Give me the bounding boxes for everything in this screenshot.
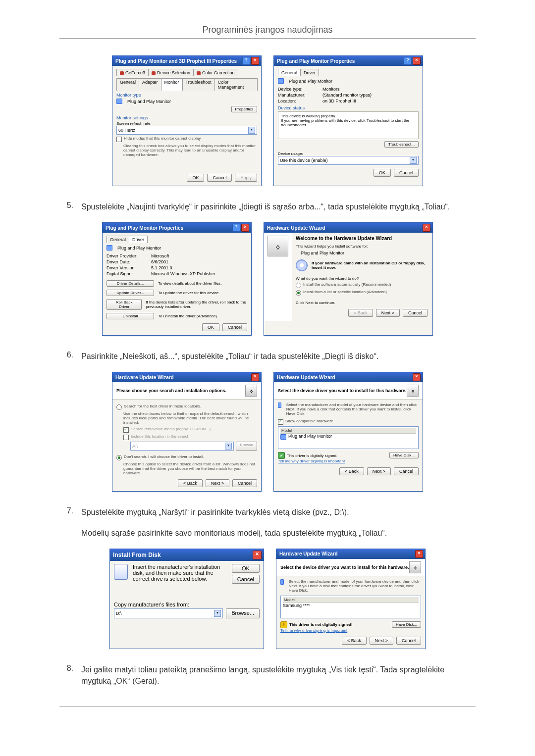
wizard-icon: ⬨ — [268, 236, 288, 256]
hide-modes-checkbox[interactable] — [116, 137, 122, 142]
dialog-title: Hardware Update Wizard — [267, 225, 325, 231]
driver-details-help: To view details about the driver files. — [158, 281, 222, 286]
checkbox-include-location[interactable] — [123, 435, 129, 440]
tab-driver[interactable]: Driver — [300, 69, 319, 76]
label-device-type: Device type: — [278, 87, 320, 92]
properties-button[interactable]: Properties — [231, 106, 257, 112]
radio-auto-install[interactable] — [296, 283, 301, 288]
help-icon[interactable]: ? — [242, 57, 250, 65]
model-list[interactable]: Model Samsung **** — [280, 596, 421, 618]
rollback-driver-button[interactable]: Roll Back Driver — [107, 299, 142, 310]
refresh-rate-dropdown[interactable]: 60 Hertz ▾ — [116, 126, 257, 135]
uninstall-button[interactable]: Uninstall — [107, 313, 154, 319]
apply-button[interactable]: Apply — [235, 174, 257, 182]
driver-signing-link[interactable]: Tell me why driver signing is important — [278, 459, 345, 463]
close-icon[interactable]: × — [423, 224, 430, 232]
step-7b: Modelių sąraše pasirinkite savo monitori… — [59, 527, 476, 539]
cancel-button[interactable]: Cancel — [394, 169, 419, 177]
driver-signing-link[interactable]: Tell me why driver signing is important — [280, 628, 353, 633]
cancel-button[interactable]: Cancel — [232, 575, 260, 584]
copy-from-dropdown[interactable]: D:\ ▾ — [114, 608, 223, 618]
dialog-hw-wizard-welcome: Hardware Update Wizard × ⬨ Welcome to th… — [264, 222, 433, 336]
ok-button[interactable]: OK — [232, 564, 260, 573]
uninstall-help: To uninstall the driver (Advanced). — [158, 314, 218, 318]
close-icon[interactable]: × — [413, 57, 421, 65]
back-button[interactable]: < Back — [178, 479, 203, 487]
browse-button[interactable]: Browse — [236, 442, 257, 451]
close-icon[interactable]: × — [241, 224, 249, 232]
monitor-name: Plug and Play Monitor — [117, 246, 161, 251]
step-7a: 7. Spustelėkite mygtuką „Naršyti“ ir pas… — [59, 506, 476, 518]
device-usage-dropdown[interactable]: Use this device (enable) ▾ — [278, 156, 419, 165]
step-text: Spustelėkite „Naujinti tvarkyklę“ ir pas… — [81, 201, 450, 212]
ok-button[interactable]: OK — [187, 174, 204, 182]
tab-geforce3[interactable]: GeForce3 — [116, 69, 149, 76]
dialog-hw-wizard-search-options: Hardware Update Wizard × Please choose y… — [112, 372, 262, 492]
titlebar: Hardware Update Wizard × — [276, 549, 425, 559]
tab-driver[interactable]: Driver — [129, 236, 148, 243]
have-disk-button[interactable]: Have Disk... — [392, 621, 421, 628]
location-path-dropdown[interactable]: A:\ ▾ — [130, 442, 234, 451]
ok-button[interactable]: OK — [374, 169, 391, 177]
next-button[interactable]: Next > — [206, 479, 229, 487]
chevron-down-icon[interactable]: ▾ — [248, 127, 255, 134]
radio-list-install[interactable] — [296, 290, 301, 296]
tab-device-selection[interactable]: Device Selection — [148, 69, 194, 76]
cancel-button[interactable]: Cancel — [207, 174, 232, 182]
back-button[interactable]: < Back — [339, 467, 364, 475]
screenshot-row-1: Plug and Play Monitor and 3D Prophet III… — [59, 55, 476, 186]
wizard-left-panel: ⬨ — [264, 233, 292, 321]
tab-general[interactable]: General — [107, 236, 129, 243]
tab-monitor[interactable]: Monitor — [161, 78, 183, 91]
close-icon[interactable]: × — [251, 57, 259, 65]
checkbox-show-compatible[interactable] — [278, 419, 283, 425]
model-list-item[interactable]: Samsung **** — [283, 603, 419, 608]
cancel-button[interactable]: Cancel — [232, 479, 257, 487]
next-button[interactable]: Next > — [367, 467, 391, 475]
cancel-button[interactable]: Cancel — [403, 309, 428, 317]
value-provider: Microsoft — [151, 253, 169, 258]
radio-search-locations[interactable] — [116, 404, 122, 410]
help-icon[interactable]: ? — [404, 57, 412, 65]
tab-color-correction[interactable]: Color Correction — [193, 69, 238, 76]
update-driver-button[interactable]: Update Driver... — [107, 290, 154, 296]
driver-details-button[interactable]: Driver Details... — [107, 280, 154, 287]
tab-general[interactable]: General — [278, 69, 301, 76]
refresh-rate-value: 60 Hertz — [118, 128, 135, 133]
troubleshoot-button[interactable]: Troubleshoot... — [384, 141, 419, 148]
close-icon[interactable]: × — [253, 551, 262, 559]
checkbox-removable-media[interactable] — [123, 427, 129, 433]
close-icon[interactable]: × — [251, 373, 259, 381]
dialog-title: Plug and Play Monitor Properties — [277, 58, 355, 64]
checkbox-show-compatible-label: Show compatible hardware — [285, 419, 333, 423]
screenshot-row-2: Plug and Play Monitor Properties ? × Gen… — [59, 222, 476, 336]
chevron-down-icon[interactable]: ▾ — [214, 610, 221, 617]
help-icon[interactable]: ? — [232, 224, 240, 232]
cancel-button[interactable]: Cancel — [394, 467, 419, 475]
back-button[interactable]: < Back — [342, 637, 367, 645]
close-icon[interactable]: × — [415, 550, 423, 558]
have-disk-button[interactable]: Have Disk... — [389, 452, 419, 458]
next-button[interactable]: Next > — [370, 637, 393, 645]
monitor-icon — [107, 245, 112, 251]
cancel-button[interactable]: Cancel — [222, 323, 247, 331]
ok-button[interactable]: OK — [202, 323, 219, 331]
step-number: 6. — [59, 351, 73, 362]
chevron-down-icon[interactable]: ▾ — [410, 157, 417, 164]
driver-not-signed-text: This driver is not digitally signed! — [289, 622, 353, 627]
radio-dont-search[interactable] — [116, 455, 122, 460]
model-list-item[interactable]: Plug and Play Monitor — [280, 434, 416, 439]
back-button[interactable]: < Back — [348, 309, 373, 317]
chevron-down-icon[interactable]: ▾ — [225, 443, 232, 450]
page-title: Programinės įrangos naudojimas — [59, 25, 476, 35]
tab-color-mgmt[interactable]: Color Management — [214, 78, 258, 91]
model-list[interactable]: Model Plug and Play Monitor — [278, 426, 419, 449]
tab-adapter[interactable]: Adapter — [139, 78, 161, 91]
device-usage-value: Use this device (enable) — [280, 158, 328, 163]
browse-button[interactable]: Browse... — [226, 608, 260, 618]
tab-general[interactable]: General — [116, 78, 139, 91]
cancel-button[interactable]: Cancel — [396, 637, 421, 645]
tab-troubleshoot[interactable]: Troubleshoot — [182, 78, 215, 91]
next-button[interactable]: Next > — [376, 309, 400, 317]
close-icon[interactable]: × — [413, 373, 421, 381]
